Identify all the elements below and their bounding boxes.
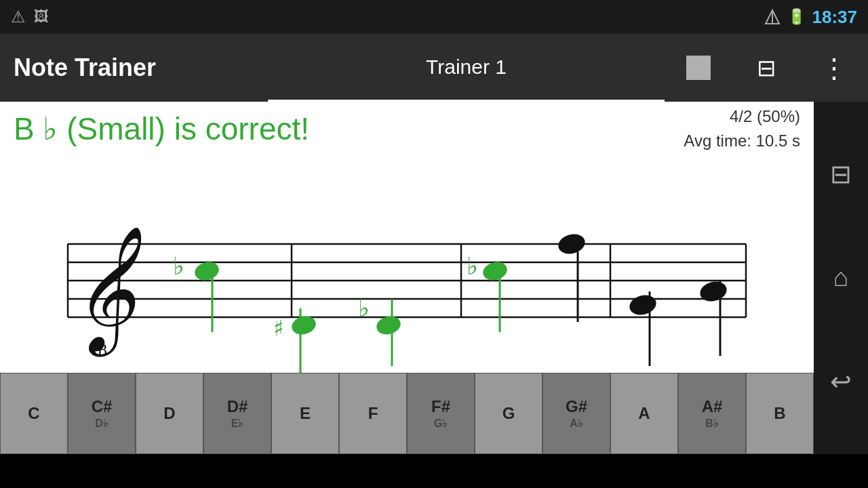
status-left-icons: ⚠ 🖼	[11, 7, 49, 26]
svg-text:♯: ♯	[273, 316, 283, 340]
piano-key-fsharp[interactable]: F#G♭	[407, 373, 475, 454]
key-alt-label: E♭	[231, 417, 244, 430]
status-bar: ⚠ 🖼 🔋 18:37	[0, 0, 868, 34]
home-icon[interactable]: ⌂	[833, 263, 849, 292]
key-alt-label: D♭	[95, 417, 108, 430]
more-icon: ⋮	[821, 52, 848, 83]
right-sidebar: ⊟ ⌂ ↩	[814, 102, 868, 454]
svg-text:𝄞: 𝄞	[71, 228, 142, 357]
key-main-label: G#	[566, 397, 587, 417]
stats-panel: 4/2 (50%) Avg time: 10.5 s	[684, 104, 800, 153]
settings-button[interactable]: ⊟	[732, 34, 800, 102]
key-main-label: B	[774, 404, 785, 424]
key-main-label: F#	[431, 397, 450, 417]
score-stat: 4/2 (50%)	[684, 104, 800, 129]
fullscreen-icon[interactable]: ⊟	[830, 159, 852, 189]
stop-icon	[686, 56, 711, 80]
svg-point-27	[556, 231, 587, 256]
piano-key-c[interactable]: C	[0, 373, 68, 454]
piano-key-csharp[interactable]: C#D♭	[68, 373, 136, 454]
app-title: Note Trainer	[0, 54, 268, 82]
key-alt-label: A♭	[570, 417, 583, 430]
sheet-music-area: 𝄞 8 ♭ ♯	[0, 156, 814, 400]
key-main-label: G	[502, 404, 515, 424]
image-icon: 🖼	[34, 8, 49, 26]
svg-text:♭: ♭	[467, 253, 478, 280]
key-alt-label: G♭	[434, 417, 448, 430]
battery-icon: 🔋	[787, 8, 806, 26]
main-content: B ♭ (Small) is correct! 4/2 (50%) Avg ti…	[0, 102, 868, 454]
correct-feedback: B ♭ (Small) is correct!	[14, 110, 309, 147]
warning-icon: ⚠	[11, 7, 26, 26]
svg-text:8: 8	[98, 340, 107, 360]
piano-key-b[interactable]: B	[746, 373, 814, 454]
piano-key-a[interactable]: A	[610, 373, 678, 454]
notation-svg: 𝄞 8 ♭ ♯	[0, 156, 814, 400]
key-main-label: A	[638, 404, 650, 424]
svg-point-31	[698, 279, 729, 304]
tab-trainer1[interactable]: Trainer 1	[268, 34, 665, 102]
piano-key-e[interactable]: E	[271, 373, 339, 454]
status-right: 🔋 18:37	[764, 7, 858, 28]
key-alt-label: B♭	[705, 417, 719, 430]
app-bar: Note Trainer Trainer 1 ⊟ ⋮	[0, 34, 868, 102]
svg-text:♭: ♭	[173, 253, 184, 280]
piano-key-dsharp[interactable]: D#E♭	[203, 373, 271, 454]
app-bar-actions: ⊟ ⋮	[665, 34, 868, 102]
piano-key-gsharp[interactable]: G#A♭	[542, 373, 610, 454]
stop-button[interactable]	[665, 34, 732, 102]
left-content: B ♭ (Small) is correct! 4/2 (50%) Avg ti…	[0, 102, 814, 454]
clock: 18:37	[812, 7, 858, 28]
piano-key-g[interactable]: G	[475, 373, 542, 454]
key-main-label: D	[163, 404, 175, 424]
piano-key-asharp[interactable]: A#B♭	[678, 373, 746, 454]
svg-text:♭: ♭	[358, 295, 370, 322]
avg-time-stat: Avg time: 10.5 s	[684, 129, 800, 153]
more-button[interactable]: ⋮	[800, 34, 868, 102]
key-main-label: C#	[92, 397, 113, 417]
feedback-bar: B ♭ (Small) is correct! 4/2 (50%) Avg ti…	[0, 102, 814, 156]
key-main-label: C	[28, 404, 39, 424]
piano-key-d[interactable]: D	[136, 373, 203, 454]
back-icon[interactable]: ↩	[830, 367, 852, 396]
piano-key-f[interactable]: F	[339, 373, 407, 454]
svg-point-29	[627, 292, 658, 317]
signal-icon	[764, 9, 781, 25]
sliders-icon: ⊟	[757, 54, 776, 81]
key-main-label: F	[368, 404, 378, 424]
piano-keyboard: CC#D♭DD#E♭EFF#G♭GG#A♭AA#B♭B	[0, 373, 814, 454]
key-main-label: D#	[227, 397, 248, 417]
key-main-label: A#	[702, 397, 723, 417]
key-main-label: E	[300, 404, 311, 424]
